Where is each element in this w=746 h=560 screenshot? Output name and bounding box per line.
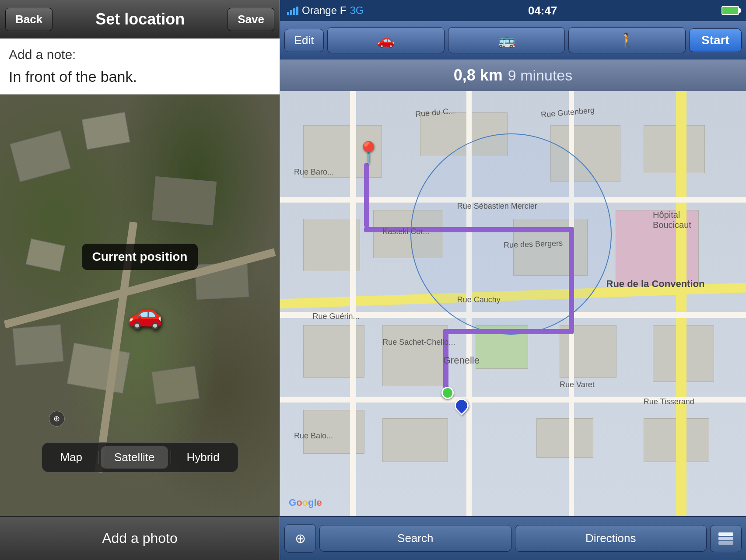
signal-bar-4 — [296, 7, 298, 15]
start-pin: 📍 — [355, 142, 382, 163]
street-label-varenne: Rue Varet — [560, 380, 595, 389]
signal-bars — [287, 6, 298, 15]
current-position-label: Current position — [82, 244, 198, 270]
map-type-hybrid-button[interactable]: Hybrid — [173, 446, 232, 469]
car-transport-button[interactable]: 🚗 — [327, 27, 445, 53]
bottom-bar-right: ⊕ Search Directions — [280, 516, 746, 560]
save-button[interactable]: Save — [228, 8, 274, 31]
nav-toolbar: Edit 🚗 🚌 🚶 Start — [280, 21, 746, 60]
city-block — [536, 418, 593, 458]
route-segment-3 — [569, 227, 574, 333]
divider — [170, 451, 171, 464]
svg-rect-2 — [718, 541, 733, 545]
note-section: Add a note: In front of the bank. — [0, 38, 280, 94]
distance-minutes: 9 minutes — [508, 67, 572, 84]
left-panel: Back Set location Save Add a note: In fr… — [0, 0, 280, 560]
battery-icon — [721, 6, 739, 15]
svg-rect-0 — [718, 532, 733, 536]
building-shape — [152, 176, 217, 225]
map-type-bar: ⊕ Map Satellite Hybrid — [41, 442, 238, 472]
map-type-map-button[interactable]: Map — [47, 446, 95, 469]
distance-km: 0,8 km — [454, 66, 503, 84]
street-label-citroen: Rue Balo... — [294, 431, 333, 441]
street-label-guerini: Rue Guérin... — [313, 312, 360, 321]
satellite-map-view[interactable]: Current position 🚗 ⊕ Map Satellite Hybri… — [0, 94, 280, 516]
note-label: Add a note: — [9, 47, 271, 62]
location-button[interactable]: ⊕ — [284, 524, 316, 553]
street-label-tisserand: Rue Tisserand — [644, 397, 694, 406]
layers-button[interactable] — [710, 525, 742, 552]
grenelle-label: Grenelle — [443, 355, 480, 366]
street-label-3: Rue Baro... — [294, 168, 334, 177]
map-type-satellite-button[interactable]: Satellite — [101, 446, 168, 469]
status-bar: Orange F 3G 04:47 — [280, 0, 746, 21]
route-segment-1 — [364, 163, 369, 227]
signal-bar-3 — [293, 8, 295, 15]
distance-bar: 0,8 km 9 minutes — [280, 60, 746, 91]
city-block — [382, 418, 448, 462]
signal-bar-1 — [287, 12, 289, 15]
network-label: 3G — [350, 4, 364, 17]
building-shape — [152, 366, 200, 404]
car-icon: 🚗 — [128, 298, 163, 330]
street-label-convention: Rue de la Convention — [606, 278, 705, 290]
walk-transport-button[interactable]: 🚶 — [568, 27, 686, 53]
nav-bar: Back Set location Save — [0, 0, 280, 38]
street-label-mercier: Rue Sébastien Mercier — [457, 202, 537, 211]
building-shape — [12, 325, 63, 366]
current-location-pin — [441, 387, 454, 399]
directions-button[interactable]: Directions — [515, 525, 707, 552]
search-button[interactable]: Search — [319, 525, 511, 552]
signal-bar-2 — [290, 10, 292, 15]
street-map-area[interactable]: Rue du C... Rue Gutenberg Rue Baro... Ka… — [280, 91, 746, 516]
right-panel: Orange F 3G 04:47 Edit 🚗 🚌 🚶 Start 0,8 k… — [280, 0, 746, 560]
google-watermark: Google — [289, 497, 322, 508]
start-button[interactable]: Start — [689, 28, 742, 52]
status-time: 04:47 — [528, 4, 557, 18]
carrier-label: Orange F — [302, 4, 346, 17]
route-segment-4 — [443, 329, 574, 334]
status-left: Orange F 3G — [287, 4, 364, 17]
add-photo-button[interactable]: Add a photo — [102, 530, 178, 546]
major-road-vertical — [676, 91, 686, 516]
street-label-kasteki: Kasteki Cor... — [382, 227, 429, 236]
back-button[interactable]: Back — [5, 8, 53, 31]
svg-rect-1 — [718, 537, 733, 540]
street-label-sachet: Rue Sachet-Chello... — [382, 338, 455, 347]
note-text: In front of the bank. — [9, 66, 271, 87]
range-circle — [410, 133, 612, 335]
city-block — [644, 125, 705, 173]
bottom-bar-left[interactable]: Add a photo — [0, 516, 280, 560]
hospital-label: HôpitalBoucicaut — [653, 210, 691, 230]
edit-button[interactable]: Edit — [284, 29, 324, 52]
page-title: Set location — [95, 10, 185, 28]
bus-transport-button[interactable]: 🚌 — [448, 27, 565, 53]
compass-icon: ⊕ — [49, 411, 64, 427]
divider — [98, 451, 98, 464]
street-label-cauchy: Rue Cauchy — [457, 295, 501, 304]
city-block — [382, 325, 448, 386]
